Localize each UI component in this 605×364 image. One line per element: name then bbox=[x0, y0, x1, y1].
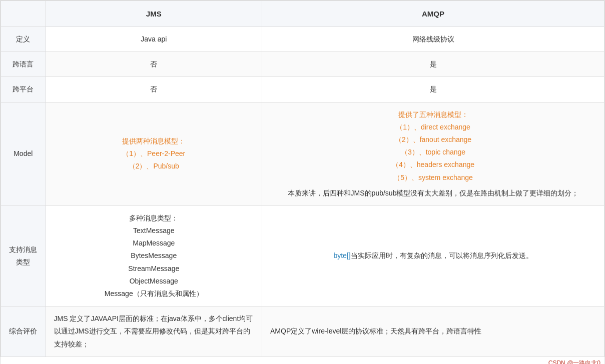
row-jms-platform: 否 bbox=[46, 77, 262, 102]
footer: CSDN @一路向北0 bbox=[1, 357, 604, 364]
footer-platform: CSDN bbox=[548, 360, 565, 364]
jms-msg-item6: Message（只有消息头和属性） bbox=[54, 288, 254, 300]
amqp-model-item1: （1）、direct exchange bbox=[270, 121, 596, 134]
amqp-model-item5: （5）、system exchange bbox=[270, 172, 596, 184]
jms-summary-text: JMS 定义了JAVAAPI层面的标准；在java体系中，多个client均可以… bbox=[54, 314, 253, 348]
jms-msg-item4: StreamMessage bbox=[54, 262, 254, 275]
table-row: 跨语言 否 是 bbox=[1, 52, 604, 77]
row-jms-model: 提供两种消息模型： （1）、Peer-2-Peer （2）、Pub/sub bbox=[46, 102, 262, 206]
amqp-model-note: 本质来讲，后四种和JMS的pub/sub模型没有太大差别，仅是在路由机制上做了更… bbox=[270, 187, 596, 200]
jms-model-item2: （2）、Pub/sub bbox=[54, 160, 254, 172]
header-amqp: AMQP bbox=[262, 1, 604, 27]
row-jms-message-type: 多种消息类型： TextMessage MapMessage BytesMess… bbox=[46, 206, 262, 306]
row-amqp-definition: 网络线级协议 bbox=[262, 27, 604, 52]
jms-model-title: 提供两种消息模型： bbox=[54, 135, 254, 148]
row-amqp-platform: 是 bbox=[262, 77, 604, 102]
jms-msg-title: 多种消息类型： bbox=[54, 212, 254, 224]
jms-msg-item3: BytesMessage bbox=[54, 250, 254, 262]
table-row-message-type: 支持消息类型 多种消息类型： TextMessage MapMessage By… bbox=[1, 206, 604, 306]
row-label-message-type: 支持消息类型 bbox=[1, 206, 46, 306]
table-row-model: Model 提供两种消息模型： （1）、Peer-2-Peer （2）、Pub/… bbox=[1, 102, 604, 206]
amqp-model-title: 提供了五种消息模型： bbox=[270, 108, 596, 121]
jms-msg-item5: ObjectMessage bbox=[54, 275, 254, 288]
row-amqp-message-type: byte[]当实际应用时，有复杂的消息，可以将消息序列化后发送。 bbox=[262, 206, 604, 306]
header-jms: JMS bbox=[46, 1, 262, 27]
amqp-msg-content: byte[] bbox=[333, 252, 350, 260]
row-label-model: Model bbox=[1, 102, 46, 206]
row-label-platform: 跨平台 bbox=[1, 77, 46, 102]
footer-author: @一路向北0 bbox=[567, 360, 600, 364]
row-amqp-language: 是 bbox=[262, 52, 604, 77]
table-row-summary: 综合评价 JMS 定义了JAVAAPI层面的标准；在java体系中，多个clie… bbox=[1, 306, 604, 357]
row-jms-summary: JMS 定义了JAVAAPI层面的标准；在java体系中，多个client均可以… bbox=[46, 306, 262, 357]
amqp-model-item2: （2）、fanout exchange bbox=[270, 134, 596, 146]
row-amqp-summary: AMQP定义了wire-level层的协议标准；天然具有跨平台，跨语言特性 bbox=[262, 306, 604, 357]
row-amqp-model: 提供了五种消息模型： （1）、direct exchange （2）、fanou… bbox=[262, 102, 604, 206]
row-label-language: 跨语言 bbox=[1, 52, 46, 77]
table-row: 跨平台 否 是 bbox=[1, 77, 604, 102]
jms-msg-item2: MapMessage bbox=[54, 237, 254, 250]
jms-msg-item1: TextMessage bbox=[54, 224, 254, 237]
jms-model-item1: （1）、Peer-2-Peer bbox=[54, 148, 254, 160]
row-jms-language: 否 bbox=[46, 52, 262, 77]
row-label-definition: 定义 bbox=[1, 27, 46, 52]
header-label bbox=[1, 1, 46, 27]
amqp-summary-text: AMQP定义了wire-level层的协议标准；天然具有跨平台，跨语言特性 bbox=[270, 327, 481, 335]
row-label-summary: 综合评价 bbox=[1, 306, 46, 357]
amqp-msg-content-text: 当实际应用时，有复杂的消息，可以将消息序列化后发送。 bbox=[351, 252, 533, 260]
amqp-model-item4: （4）、headers exchange bbox=[270, 158, 596, 171]
amqp-model-item3: （3）、topic change bbox=[270, 146, 596, 158]
row-jms-definition: Java api bbox=[46, 27, 262, 52]
table-row: 定义 Java api 网络线级协议 bbox=[1, 27, 604, 52]
